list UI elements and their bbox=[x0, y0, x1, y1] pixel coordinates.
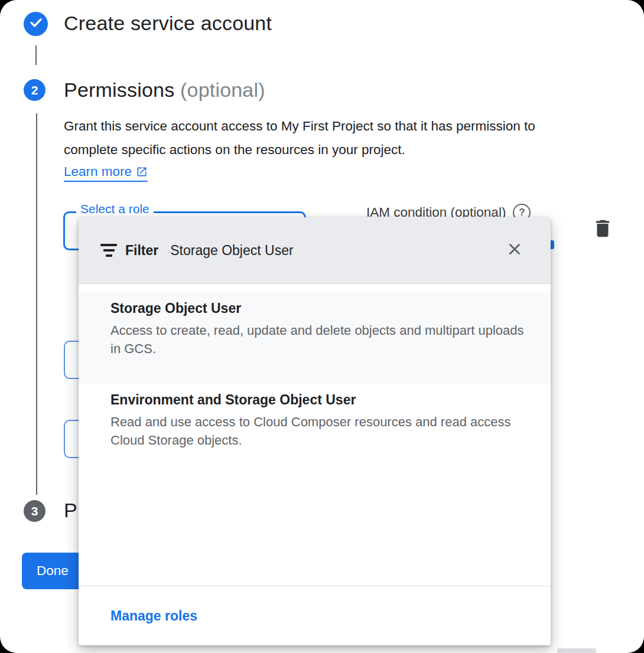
step-2-number: 2 bbox=[31, 83, 38, 97]
learn-more-link[interactable]: Learn more bbox=[64, 164, 148, 182]
manage-roles-link[interactable]: Manage roles bbox=[110, 608, 197, 624]
role-result-title: Storage Object User bbox=[110, 301, 527, 316]
trash-icon bbox=[591, 232, 614, 242]
stepper-connector-middle bbox=[36, 113, 37, 495]
step-3-indicator: 3 bbox=[24, 500, 45, 522]
clear-filter-button[interactable] bbox=[506, 240, 523, 260]
close-icon bbox=[506, 240, 523, 260]
role-filter-bar[interactable]: Filter Storage Object User bbox=[79, 217, 551, 284]
step-2-title-optional: (optional) bbox=[180, 79, 265, 101]
filter-query-value[interactable]: Storage Object User bbox=[170, 243, 293, 259]
role-result-description: Read and use access to Cloud Composer re… bbox=[110, 413, 527, 449]
learn-more-label: Learn more bbox=[64, 164, 132, 179]
step-2-title-text: Permissions bbox=[64, 79, 174, 101]
role-picker-dropdown: Filter Storage Object User Storage Objec… bbox=[79, 217, 551, 645]
external-link-icon bbox=[136, 166, 148, 178]
create-service-account-dialog: Create service account 2 Permissions (op… bbox=[0, 0, 644, 653]
permissions-description: Grant this service account access to My … bbox=[64, 115, 565, 162]
role-result-description: Access to create, read, update and delet… bbox=[110, 321, 527, 358]
role-picker-footer: Manage roles bbox=[79, 586, 551, 645]
filter-icon bbox=[100, 244, 117, 257]
role-results-list: Storage Object User Access to create, re… bbox=[79, 284, 551, 475]
role-select-label: Select a role bbox=[76, 202, 154, 216]
step-3-number: 3 bbox=[31, 504, 38, 518]
role-result-environment-storage-object-user[interactable]: Environment and Storage Object User Read… bbox=[79, 384, 551, 475]
offscreen-element-edge bbox=[557, 648, 596, 653]
filter-label: Filter bbox=[125, 243, 158, 259]
help-glyph: ? bbox=[519, 207, 525, 218]
step-3-title-partial: P bbox=[64, 499, 77, 522]
step-1-title: Create service account bbox=[64, 12, 272, 35]
step-2-indicator: 2 bbox=[24, 79, 45, 101]
check-icon bbox=[29, 15, 43, 32]
stepper-connector-top bbox=[35, 45, 37, 65]
step-1-complete-indicator bbox=[24, 12, 48, 36]
delete-role-row-button[interactable] bbox=[591, 217, 614, 243]
step-2-title: Permissions (optional) bbox=[64, 79, 265, 102]
role-result-title: Environment and Storage Object User bbox=[110, 392, 527, 408]
role-result-storage-object-user[interactable]: Storage Object User Access to create, re… bbox=[79, 292, 551, 384]
